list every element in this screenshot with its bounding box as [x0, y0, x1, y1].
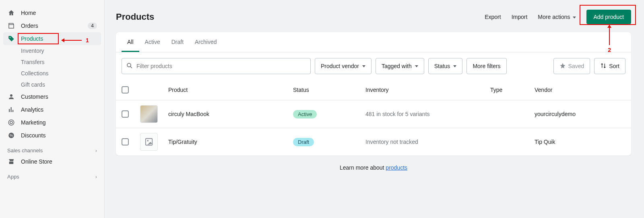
nav-label: Orders	[21, 23, 38, 29]
nav-label: Online Store	[21, 158, 52, 165]
discounts-icon: %	[7, 131, 15, 139]
nav-label: Products	[21, 35, 43, 42]
table-row[interactable]: Tip/Gratuity Draft Inventory not tracked…	[116, 128, 631, 156]
nav-label: Home	[21, 10, 36, 16]
status-badge: Active	[293, 110, 317, 118]
store-icon	[7, 158, 15, 166]
add-product-button[interactable]: Add product	[586, 10, 632, 24]
row-checkbox[interactable]	[122, 138, 129, 145]
sort-label: Sort	[609, 63, 619, 69]
svg-point-0	[10, 37, 10, 38]
svg-point-12	[147, 140, 149, 141]
home-icon	[7, 9, 15, 17]
tab-draft[interactable]: Draft	[166, 32, 189, 52]
filter-input[interactable]	[136, 63, 306, 69]
main-content: Products Export Import More actions Add …	[105, 0, 644, 218]
chevron-right-icon: ›	[95, 147, 97, 154]
saved-label: Saved	[568, 63, 584, 69]
svg-text:%: %	[10, 133, 13, 137]
svg-rect-4	[12, 110, 13, 112]
inventory-text: Inventory not tracked	[365, 139, 490, 145]
subnav-collections[interactable]: Collections	[17, 68, 101, 79]
svg-point-6	[10, 121, 12, 124]
section-label: Apps	[7, 174, 19, 180]
col-product: Product	[168, 87, 293, 93]
svg-rect-3	[11, 107, 12, 112]
inventory-text: 481 in stock for 5 variants	[365, 111, 490, 117]
export-action[interactable]: Export	[485, 14, 501, 20]
sort-icon	[600, 62, 607, 70]
more-actions-dropdown[interactable]: More actions	[538, 14, 576, 20]
col-vendor: Vendor	[535, 87, 625, 93]
star-icon	[559, 62, 566, 70]
col-status: Status	[293, 87, 365, 93]
annotation-arrow-2: 2	[608, 25, 611, 53]
nav-label: Marketing	[21, 119, 45, 126]
tab-all[interactable]: All	[122, 32, 139, 52]
select-all-checkbox[interactable]	[122, 86, 129, 93]
nav-label: Customers	[21, 93, 48, 100]
analytics-icon	[7, 106, 15, 114]
import-action[interactable]: Import	[512, 14, 528, 20]
nav-label: Analytics	[21, 106, 43, 113]
subnav-inventory[interactable]: Inventory	[17, 45, 101, 56]
tab-active[interactable]: Active	[139, 32, 166, 52]
col-inventory: Inventory	[365, 87, 490, 93]
products-card: All Active Draft Archived Product vendor…	[116, 32, 631, 156]
product-thumbnail-placeholder	[140, 133, 158, 151]
subnav-transfers[interactable]: Transfers	[17, 56, 101, 68]
annotation-arrow-1: 1	[62, 37, 89, 44]
nav-label: Discounts	[21, 132, 45, 139]
tab-archived[interactable]: Archived	[189, 32, 222, 52]
svg-point-5	[8, 120, 14, 125]
nav-online-store[interactable]: Online Store	[3, 155, 101, 168]
product-name: circuly MacBook	[168, 111, 293, 117]
subnav-gift-cards[interactable]: Gift cards	[17, 79, 101, 90]
orders-badge: 4	[88, 23, 97, 29]
section-label: Sales channels	[7, 147, 43, 154]
marketing-icon	[7, 118, 15, 127]
nav-home[interactable]: Home	[3, 6, 101, 19]
page-title: Products	[116, 12, 154, 22]
filter-search[interactable]	[122, 58, 311, 74]
filter-more[interactable]: More filters	[466, 58, 506, 74]
learn-more: Learn more about products	[116, 156, 631, 171]
nav-marketing[interactable]: Marketing	[3, 116, 101, 129]
person-icon	[7, 93, 15, 101]
vendor-text: yourcirculydemo	[535, 111, 625, 117]
svg-line-10	[130, 66, 132, 68]
svg-rect-2	[9, 109, 10, 112]
product-name: Tip/Gratuity	[168, 139, 293, 145]
chevron-right-icon: ›	[95, 174, 97, 180]
col-type: Type	[490, 87, 535, 93]
tag-icon	[7, 35, 15, 43]
nav-analytics[interactable]: Analytics	[3, 103, 101, 116]
row-checkbox[interactable]	[122, 110, 129, 118]
sidebar: Home Orders 4 Products Inventory Transfe…	[0, 0, 105, 218]
saved-filters: Saved	[553, 58, 590, 74]
vendor-text: Tip Quik	[535, 139, 625, 145]
table-row[interactable]: circuly MacBook Active 481 in stock for …	[116, 100, 631, 128]
sort-button[interactable]: Sort	[594, 58, 625, 74]
filter-tagged[interactable]: Tagged with	[376, 58, 424, 74]
orders-icon	[7, 22, 15, 30]
nav-orders[interactable]: Orders 4	[3, 19, 101, 32]
status-badge: Draft	[293, 138, 314, 146]
filter-status[interactable]: Status	[428, 58, 463, 74]
section-apps[interactable]: Apps ›	[3, 168, 101, 181]
filter-vendor[interactable]: Product vendor	[315, 58, 372, 74]
search-icon	[126, 62, 133, 71]
section-sales-channels[interactable]: Sales channels ›	[3, 142, 101, 155]
nav-discounts[interactable]: % Discounts	[3, 129, 101, 142]
svg-point-9	[127, 63, 131, 67]
products-help-link[interactable]: products	[386, 164, 407, 171]
product-thumbnail	[140, 105, 158, 123]
svg-point-1	[10, 94, 12, 97]
nav-customers[interactable]: Customers	[3, 90, 101, 103]
